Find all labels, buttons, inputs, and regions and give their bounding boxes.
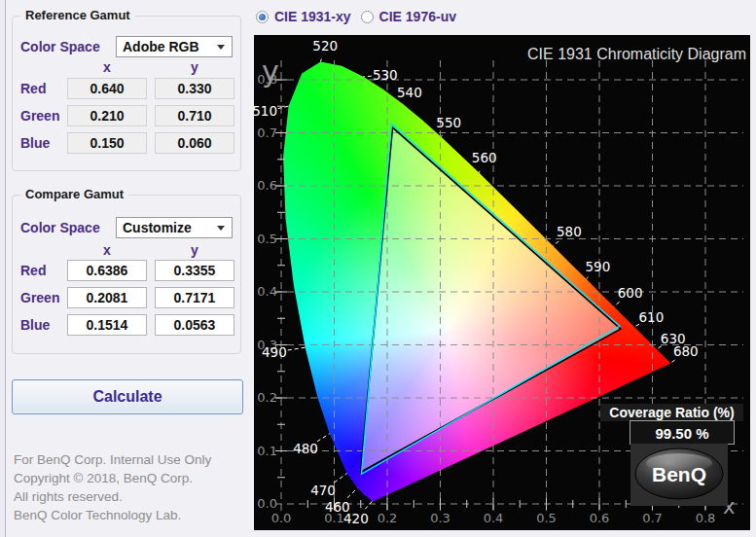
- wavelength-leader: [441, 135, 442, 137]
- compare-blue-label: Blue: [20, 317, 50, 333]
- reference-color-space-value: Adobe RGB: [117, 39, 217, 54]
- chromaticity-diagram: 0.00.10.20.30.40.50.60.70.80.00.10.20.30…: [254, 35, 750, 530]
- y-tick-label: 0.1: [257, 444, 277, 458]
- x-tick-label: 0.4: [484, 511, 504, 525]
- x-tick-label: 0.3: [430, 511, 450, 525]
- benq-logo: BenQ: [630, 444, 728, 506]
- wavelength-label: 530: [373, 67, 398, 83]
- y-axis-label: y: [262, 54, 279, 89]
- wavelength-leader: [614, 302, 620, 306]
- footer-line: For BenQ Corp. Internal Use Only: [14, 450, 241, 469]
- wavelength-leader: [586, 277, 588, 279]
- reference-green-x-field[interactable]: 0.210: [67, 105, 147, 126]
- gamut-calculator-window: Reference Gamut Color Space Adobe RGB x …: [0, 0, 756, 537]
- compare-color-space-dropdown[interactable]: Customize: [116, 217, 233, 238]
- wavelength-leader: [553, 241, 558, 246]
- x-tick-label: 0.7: [642, 511, 663, 525]
- benq-logo-text: BenQ: [652, 463, 706, 485]
- compare-green-x-field[interactable]: 0.2081: [67, 287, 147, 308]
- footer-copyright: For BenQ Corp. Internal Use Only Copyrig…: [14, 450, 241, 524]
- wavelength-leader: [347, 488, 358, 498]
- wavelength-label: 560: [472, 150, 497, 165]
- reference-color-space-label: Color Space: [20, 39, 100, 54]
- benq-logo-graphic: BenQ: [630, 444, 728, 506]
- wavelength-label: 680: [673, 343, 699, 359]
- coverage-ratio-label: Coverage Ratio (%): [600, 404, 743, 421]
- wavelength-label: 610: [639, 309, 665, 325]
- y-tick-label: 0.6: [257, 178, 277, 193]
- wavelength-label: 590: [585, 259, 610, 274]
- y-tick-label: 0.2: [257, 390, 277, 405]
- wavelength-leader: [317, 434, 330, 442]
- reference-green-label: Green: [20, 108, 59, 124]
- compare-gamut-title: Compare Gamut: [20, 187, 128, 201]
- chart-title: CIE 1931 Chromaticity Diagram: [527, 46, 746, 62]
- compare-red-x-field[interactable]: 0.6386: [67, 260, 147, 281]
- radio-cie-1931-xy[interactable]: CIE 1931-xy: [256, 9, 351, 24]
- coverage-ratio-value: 99.50 %: [630, 420, 735, 445]
- x-tick-label: 0.6: [590, 511, 610, 525]
- wavelength-label: 420: [343, 511, 369, 526]
- x-tick-label: 0.5: [536, 511, 557, 525]
- wavelength-leader: [363, 76, 372, 77]
- wavelength-leader: [320, 59, 321, 62]
- calculate-button[interactable]: Calculate: [12, 379, 243, 414]
- compare-blue-y-field[interactable]: 0.0563: [155, 314, 234, 336]
- compare-blue-x-field[interactable]: 0.1514: [67, 314, 147, 336]
- window-left-edge: [0, 0, 6, 537]
- wavelength-label: 600: [618, 285, 643, 301]
- wavelength-label: 510: [254, 103, 277, 119]
- reference-gamut-group: Reference Gamut Color Space Adobe RGB x …: [12, 16, 241, 171]
- chevron-down-icon: [217, 226, 225, 231]
- x-tick-label: 0.8: [696, 511, 716, 525]
- radio-button-icon[interactable]: [361, 11, 374, 23]
- wavelength-leader: [479, 171, 480, 173]
- wavelength-label: 550: [436, 115, 461, 130]
- compare-red-label: Red: [20, 263, 46, 278]
- compare-green-y-field[interactable]: 0.7171: [155, 287, 234, 308]
- compare-green-label: Green: [20, 290, 59, 305]
- compare-red-y-field[interactable]: 0.3355: [155, 260, 234, 281]
- gamut-interior-veil: [361, 127, 621, 472]
- x-tick-label: 0.2: [378, 511, 398, 525]
- footer-line: All rights reserved.: [14, 487, 241, 506]
- wavelength-label: 480: [293, 441, 318, 456]
- wavelength-label: 540: [397, 85, 422, 100]
- x-tick-label: 0.0: [271, 511, 292, 525]
- y-tick-label: 0.0: [257, 496, 277, 511]
- reference-blue-label: Blue: [20, 135, 50, 151]
- wavelength-label: 490: [262, 344, 287, 360]
- compare-col-y-header: y: [155, 242, 234, 258]
- radio-cie-1976-uv-label: CIE 1976-uv: [379, 9, 456, 24]
- wavelength-label: 470: [310, 483, 336, 498]
- compare-col-x-header: x: [67, 242, 147, 258]
- footer-line: BenQ Color Technology Lab.: [14, 506, 241, 524]
- compare-gamut-group: Compare Gamut Color Space Customize x y …: [12, 195, 241, 354]
- radio-button-icon[interactable]: [256, 11, 269, 23]
- radio-cie-1976-uv[interactable]: CIE 1976-uv: [361, 9, 456, 24]
- y-tick-label: 0.7: [257, 125, 277, 140]
- y-tick-label: 0.4: [257, 284, 277, 299]
- reference-col-x-header: x: [67, 59, 147, 75]
- footer-line: Copyright © 2018, BenQ Corp.: [14, 469, 241, 487]
- wavelength-leader: [288, 347, 306, 350]
- chevron-down-icon: [217, 45, 225, 50]
- reference-red-y-field[interactable]: 0.330: [155, 78, 234, 99]
- reference-col-y-header: y: [155, 59, 234, 75]
- reference-gamut-title: Reference Gamut: [20, 8, 135, 22]
- reference-red-label: Red: [20, 81, 46, 96]
- reference-blue-y-field[interactable]: 0.060: [155, 132, 234, 154]
- compare-color-space-value: Customize: [117, 220, 217, 235]
- reference-blue-x-field[interactable]: 0.150: [67, 132, 147, 154]
- wavelength-leader: [365, 501, 372, 509]
- reference-color-space-dropdown[interactable]: Adobe RGB: [116, 36, 233, 57]
- reference-green-y-field[interactable]: 0.710: [155, 105, 234, 126]
- reference-red-x-field[interactable]: 0.640: [67, 78, 147, 99]
- wavelength-label: 520: [312, 38, 338, 54]
- wavelength-leader: [657, 346, 662, 349]
- y-tick-label: 0.5: [257, 232, 277, 246]
- diagram-type-radio-group: CIE 1931-xy CIE 1976-uv: [256, 4, 548, 29]
- wavelength-label: 580: [557, 224, 582, 239]
- wavelength-leader: [334, 473, 346, 483]
- compare-color-space-label: Color Space: [20, 220, 100, 235]
